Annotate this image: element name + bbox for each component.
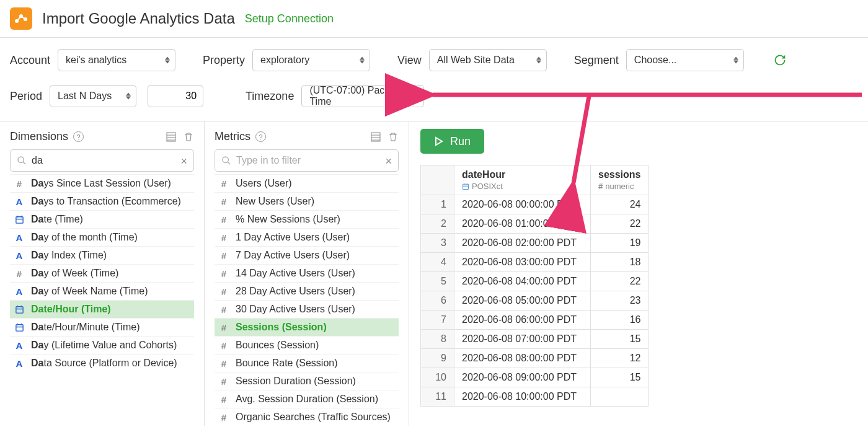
list-item[interactable]: #% New Sessions (User) xyxy=(215,210,399,228)
metrics-clear-icon[interactable]: × xyxy=(385,155,392,168)
row-number: 10 xyxy=(421,368,454,387)
dimensions-title: Dimensions xyxy=(10,130,68,143)
svg-rect-9 xyxy=(16,216,22,223)
dimensions-search[interactable]: × xyxy=(10,149,194,172)
item-label: Users (User) xyxy=(236,178,292,189)
list-item[interactable]: Date/Hour (Time) xyxy=(10,300,194,318)
table-row: 82020-06-08 07:00:00 PDT15 xyxy=(421,330,649,349)
list-item[interactable]: #Session Duration (Session) xyxy=(215,372,399,390)
item-label: Day of Week (Time) xyxy=(31,268,118,279)
dimensions-clear-icon[interactable]: × xyxy=(180,155,187,168)
period-n-input[interactable] xyxy=(148,85,203,107)
row-number: 1 xyxy=(421,195,454,214)
dimensions-list-icon[interactable] xyxy=(166,131,177,143)
item-label: Date/Hour/Minute (Time) xyxy=(31,322,140,333)
metrics-trash-icon[interactable] xyxy=(388,131,399,143)
list-item[interactable]: ADay Index (Time) xyxy=(10,246,194,264)
segment-select[interactable]: Choose... xyxy=(626,49,744,71)
item-label: New Users (User) xyxy=(236,196,314,207)
timezone-select[interactable]: (UTC-07:00) Pacific Time xyxy=(301,85,424,107)
cell-sessions: 15 xyxy=(591,330,649,349)
cell-sessions: 12 xyxy=(591,349,649,368)
item-label: 1 Day Active Users (User) xyxy=(236,232,350,243)
period-select[interactable]: Last N Days xyxy=(50,85,136,107)
cell-sessions: 18 xyxy=(591,253,649,272)
table-row: 62020-06-08 05:00:00 PDT23 xyxy=(421,291,649,311)
run-button[interactable]: Run xyxy=(420,129,484,154)
item-label: 14 Day Active Users (User) xyxy=(236,268,355,279)
dimensions-trash-icon[interactable] xyxy=(183,131,194,143)
account-select[interactable]: kei's analytics xyxy=(58,49,175,71)
account-label: Account xyxy=(10,54,50,67)
list-item[interactable]: ADay of Week Name (Time) xyxy=(10,282,194,300)
hash-icon: # xyxy=(14,179,25,189)
view-select[interactable]: All Web Site Data xyxy=(429,49,547,71)
list-item[interactable]: AData Source (Platform or Device) xyxy=(10,354,194,372)
hash-icon: # xyxy=(218,304,229,315)
list-item[interactable]: #30 Day Active Users (User) xyxy=(215,300,399,318)
list-item[interactable]: #Days Since Last Session (User) xyxy=(10,174,194,192)
search-icon xyxy=(17,156,27,165)
list-item[interactable]: #14 Day Active Users (User) xyxy=(215,264,399,282)
list-item[interactable]: #28 Day Active Users (User) xyxy=(215,282,399,300)
metrics-search-input[interactable] xyxy=(236,155,379,166)
cell-sessions: 16 xyxy=(591,311,649,330)
hash-icon: # xyxy=(218,340,229,351)
list-item[interactable]: #New Users (User) xyxy=(215,192,399,210)
dimensions-help-icon[interactable]: ? xyxy=(73,131,84,142)
row-number: 2 xyxy=(421,214,454,234)
refresh-icon[interactable] xyxy=(774,54,786,66)
app-logo xyxy=(10,7,32,30)
row-number: 4 xyxy=(421,253,454,272)
table-row: 92020-06-08 08:00:00 PDT12 xyxy=(421,349,649,368)
list-item[interactable]: ADay (Lifetime Value and Cohorts) xyxy=(10,336,194,354)
cell-datehour: 2020-06-08 06:00:00 PDT xyxy=(454,311,591,330)
row-number: 11 xyxy=(421,387,454,407)
list-item[interactable]: ADay of the month (Time) xyxy=(10,228,194,246)
item-label: Days Since Last Session (User) xyxy=(31,178,171,189)
property-select[interactable]: exploratory xyxy=(252,49,370,71)
list-item[interactable]: Date (Time) xyxy=(10,210,194,228)
list-item[interactable]: #Organic Searches (Traffic Sources) xyxy=(215,408,399,426)
hash-icon: # xyxy=(218,412,229,423)
list-item[interactable]: #Users (User) xyxy=(215,174,399,192)
list-item[interactable]: #Avg. Session Duration (Session) xyxy=(215,390,399,408)
table-row: 52020-06-08 04:00:00 PDT22 xyxy=(421,272,649,291)
calendar-icon xyxy=(14,323,25,332)
item-label: Day Index (Time) xyxy=(31,250,107,261)
cell-datehour: 2020-06-08 02:00:00 PDT xyxy=(454,234,591,253)
list-item[interactable]: #7 Day Active Users (User) xyxy=(215,246,399,264)
row-number: 9 xyxy=(421,349,454,368)
item-label: Sessions (Session) xyxy=(236,322,327,333)
list-item[interactable]: #Sessions (Session) xyxy=(215,318,399,336)
cell-sessions: 22 xyxy=(591,272,649,291)
metrics-search[interactable]: × xyxy=(215,149,399,172)
setup-connection-link[interactable]: Setup Connection xyxy=(245,12,334,25)
item-label: Day of the month (Time) xyxy=(31,232,138,243)
svg-rect-28 xyxy=(463,184,469,189)
table-row: 102020-06-08 09:00:00 PDT15 xyxy=(421,368,649,387)
hash-icon: # xyxy=(218,286,229,297)
text-icon: A xyxy=(14,358,25,369)
cell-datehour: 2020-06-08 08:00:00 PDT xyxy=(454,349,591,368)
col-datehour-header[interactable]: dateHour POSIXct xyxy=(454,165,591,195)
col-sessions-header[interactable]: sessions #numeric xyxy=(591,165,649,195)
cell-datehour: 2020-06-08 03:00:00 PDT xyxy=(454,253,591,272)
list-item[interactable]: ADays to Transaction (Ecommerce) xyxy=(10,192,194,210)
list-item[interactable]: #Day of Week (Time) xyxy=(10,264,194,282)
text-icon: A xyxy=(14,340,25,351)
cell-sessions: 23 xyxy=(591,291,649,311)
list-item[interactable]: #Bounce Rate (Session) xyxy=(215,354,399,372)
list-item[interactable]: #Bounces (Session) xyxy=(215,336,399,354)
search-icon xyxy=(221,156,231,165)
calendar-icon xyxy=(14,305,25,314)
list-item[interactable]: #1 Day Active Users (User) xyxy=(215,228,399,246)
dimensions-search-input[interactable] xyxy=(32,155,175,166)
cell-datehour: 2020-06-08 09:00:00 PDT xyxy=(454,368,591,387)
metrics-help-icon[interactable]: ? xyxy=(255,131,266,142)
row-number: 7 xyxy=(421,311,454,330)
metrics-list-icon[interactable] xyxy=(370,131,381,143)
item-label: Bounce Rate (Session) xyxy=(236,358,338,369)
list-item[interactable]: Date/Hour/Minute (Time) xyxy=(10,318,194,336)
item-label: Day of Week Name (Time) xyxy=(31,286,148,297)
